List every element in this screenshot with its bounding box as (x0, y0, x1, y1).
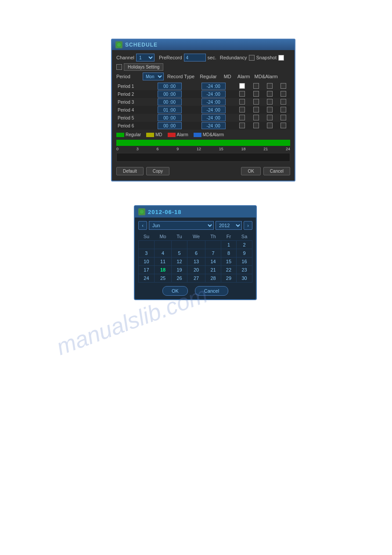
next-month-button[interactable]: › (244, 221, 252, 230)
mdalarm-check-1[interactable] (281, 91, 286, 97)
alarm-check-3[interactable] (267, 107, 273, 112)
mdalarm-check-0[interactable] (281, 83, 286, 89)
legend-row: Regular MD Alarm MD&Alarm (116, 132, 290, 137)
start-time-input-1[interactable] (158, 91, 182, 98)
end-time-input-2[interactable] (201, 98, 226, 105)
start-time-input-3[interactable] (158, 106, 182, 113)
list-item[interactable]: 12 (172, 258, 187, 266)
regular-check-4[interactable] (239, 115, 245, 120)
list-item[interactable]: 25 (154, 274, 172, 283)
timeline-ticks: 03691215182124 (116, 147, 290, 151)
year-select[interactable]: 2012 (216, 221, 242, 230)
mdalarm-check-3[interactable] (281, 107, 286, 112)
list-item[interactable]: 14 (205, 258, 221, 266)
list-item[interactable]: 29 (221, 274, 236, 283)
month-select[interactable]: JanFebMarAprMay JunJulAugSep OctNovDec (149, 221, 214, 230)
list-item[interactable]: 27 (187, 274, 205, 283)
copy-button[interactable]: Copy (146, 167, 169, 175)
prerecord-input[interactable]: 4 (184, 54, 206, 62)
list-item[interactable]: 1 (221, 241, 236, 249)
day-select[interactable]: MonTueWedThuFriSatSun (143, 73, 164, 80)
list-item[interactable]: 13 (187, 258, 205, 266)
channel-select[interactable]: 1234 (136, 54, 155, 62)
calendar-cancel-button[interactable]: Cancel (195, 286, 228, 296)
timeline-tick: 0 (116, 147, 119, 151)
md-check-1[interactable] (253, 91, 259, 97)
list-item[interactable]: 30 (237, 274, 252, 283)
calendar-nav: ‹ JanFebMarAprMay JunJulAugSep OctNovDec… (138, 221, 252, 230)
holidays-setting-button[interactable]: Holidays Setting (124, 63, 163, 71)
period-header-row: Period MonTueWedThuFriSatSun Record Type… (116, 73, 290, 80)
period-alarm-4 (263, 114, 277, 122)
end-time-input-4[interactable] (201, 114, 226, 121)
mdalarm-check-4[interactable] (281, 115, 286, 120)
calendar-ok-button[interactable]: OK (162, 286, 188, 296)
list-item[interactable]: 10 (139, 258, 155, 266)
list-item[interactable]: 22 (221, 266, 236, 274)
period-name-0: Period 1 (116, 82, 147, 90)
list-item[interactable]: 23 (237, 266, 252, 274)
regular-check-1[interactable] (239, 91, 245, 97)
start-time-input-5[interactable] (158, 122, 182, 129)
snapshot-checkbox[interactable] (278, 55, 284, 61)
list-item[interactable]: 20 (187, 266, 205, 274)
end-time-input-1[interactable] (201, 91, 226, 98)
period-start-1 (147, 90, 191, 98)
channel-label: Channel (116, 55, 134, 60)
list-item[interactable]: 17 (139, 266, 155, 274)
prev-month-button[interactable]: ‹ (138, 221, 147, 230)
alarm-check-5[interactable] (267, 123, 273, 128)
timeline-tick: 18 (241, 147, 245, 151)
alarm-check-4[interactable] (267, 115, 273, 120)
alarm-check-2[interactable] (267, 99, 273, 105)
start-time-input-4[interactable] (158, 114, 182, 121)
list-item[interactable]: 26 (172, 274, 187, 283)
end-time-input-0[interactable] (201, 83, 226, 90)
record-type-label: Record Type (167, 74, 194, 79)
default-button[interactable]: Default (116, 167, 144, 175)
list-item[interactable]: 5 (172, 249, 187, 258)
period-end-2 (191, 98, 235, 106)
list-item[interactable]: 16 (237, 258, 252, 266)
list-item[interactable]: 6 (187, 249, 205, 258)
list-item[interactable]: 3 (139, 249, 155, 258)
end-time-input-3[interactable] (201, 106, 226, 113)
timeline-bar (116, 140, 290, 146)
regular-check-2[interactable] (239, 99, 245, 105)
list-item[interactable]: 28 (205, 274, 221, 283)
start-time-input-2[interactable] (158, 98, 182, 105)
cancel-button[interactable]: Cancel (263, 167, 290, 175)
list-item[interactable]: 19 (172, 266, 187, 274)
list-item[interactable]: 24 (139, 274, 155, 283)
period-regular-2 (235, 98, 249, 106)
list-item[interactable]: 8 (221, 249, 236, 258)
end-time-input-5[interactable] (201, 122, 226, 129)
alarm-check-1[interactable] (267, 91, 273, 97)
regular-check-5[interactable] (239, 123, 245, 128)
list-item[interactable]: 2 (237, 241, 252, 249)
md-check-3[interactable] (253, 107, 259, 112)
mdalarm-check-5[interactable] (281, 123, 286, 128)
list-item[interactable]: 11 (154, 258, 172, 266)
alarm-check-0[interactable] (267, 83, 273, 89)
redundancy-checkbox[interactable] (249, 55, 255, 61)
md-check-4[interactable] (253, 115, 259, 120)
period-end-4 (191, 114, 235, 122)
regular-check-0[interactable] (239, 83, 245, 89)
holidays-checkbox[interactable] (116, 64, 122, 70)
list-item[interactable]: 9 (237, 249, 252, 258)
ok-button[interactable]: OK (241, 167, 260, 175)
period-name-4: Period 5 (116, 114, 147, 122)
legend-mdalarm: MD&Alarm (194, 132, 224, 137)
list-item[interactable]: 7 (205, 249, 221, 258)
md-check-0[interactable] (253, 83, 259, 89)
list-item[interactable]: 21 (205, 266, 221, 274)
md-check-5[interactable] (253, 123, 259, 128)
md-check-2[interactable] (253, 99, 259, 105)
list-item[interactable]: 4 (154, 249, 172, 258)
regular-check-3[interactable] (239, 107, 245, 112)
start-time-input-0[interactable] (158, 83, 182, 90)
list-item[interactable]: 18 (154, 266, 172, 274)
list-item[interactable]: 15 (221, 258, 236, 266)
mdalarm-check-2[interactable] (281, 99, 286, 105)
